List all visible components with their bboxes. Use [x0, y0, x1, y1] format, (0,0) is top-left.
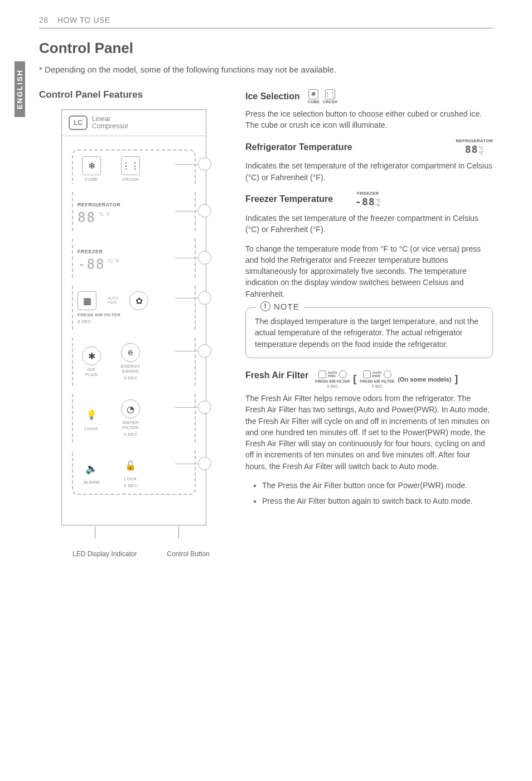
info-icon: ! — [260, 301, 270, 311]
alarm-icon: 🔈 — [82, 459, 101, 478]
energy-saving-label: ENERGY SAVING — [120, 364, 141, 374]
language-tab: ENGLISH — [14, 61, 25, 117]
faf-body: The Fresh Air Filter helps remove odors … — [245, 393, 493, 472]
refrigerator-row: REFRIGERATOR 88 °C °F — [72, 192, 196, 231]
iceplus-row: ✱ ICE PLUS e ENERGY SAVING 3 SEC — [72, 338, 196, 386]
section-name: HOW TO USE — [57, 16, 110, 25]
faf-icons: AUTOPWR FRESH AIR FILTER 3 SEC [ AUTOPWR… — [315, 370, 458, 388]
light-label: LIGHT — [84, 426, 98, 431]
led-display-label: LED Display Indicator — [72, 550, 137, 558]
freezer-seg: -88 — [78, 257, 105, 272]
alarm-label: ALARM — [83, 480, 99, 485]
cube-icon: ❄ — [82, 156, 101, 175]
note-body: The displayed temperature is the target … — [255, 316, 483, 350]
freshair-row: ▦ AUTOPWR ✿ FRESH AIR FILTER 3 SEC — [72, 286, 196, 330]
ref-temp-heading: Refrigerator Temperature REFRIGERATOR 88… — [245, 138, 493, 156]
ice-row: ❄ CUBE ⋮⋮ CRUSH — [72, 150, 196, 184]
frz-temp-body2: To change the temperature mode from °F t… — [245, 243, 493, 300]
page-title: Control Panel — [39, 40, 493, 57]
note-title: ! NOTE — [256, 301, 304, 311]
lc-text: Linear Compressor — [92, 115, 128, 130]
callout-circle — [198, 251, 211, 264]
features-heading: Control Panel Features — [39, 89, 229, 100]
faf-bullet-1: The Press the Air Filter button once for… — [262, 480, 493, 491]
light-row: 💡 LIGHT ◔ WATER FILTER 3 SEC — [72, 394, 196, 442]
crush-label: CRUSH — [122, 177, 139, 182]
iceplus-label: ICE PLUS — [85, 367, 98, 377]
cube-label: CUBE — [85, 177, 98, 182]
control-button-label: Control Button — [167, 550, 210, 558]
lock-label: LOCK — [124, 476, 137, 481]
crush-mini-icon: ⋮⋮CRUSH — [323, 89, 337, 104]
callout-circle — [198, 457, 211, 470]
right-column: Ice Selection ❄CUBE ⋮⋮CRUSH Press the ic… — [245, 89, 493, 558]
model-note: * Depending on the model, some of the fo… — [39, 64, 493, 76]
diagram-header: LC Linear Compressor — [62, 110, 206, 136]
auto-pwr-text: AUTOPWR — [108, 296, 118, 305]
water-filter-icon: ◔ — [121, 399, 140, 418]
iceplus-icon: ✱ — [82, 346, 101, 365]
faf-onsome: (On some models) — [398, 376, 451, 383]
callout-circle — [198, 401, 211, 414]
refrigerator-label: REFRIGERATOR — [78, 202, 190, 208]
faf-bullets: The Press the Air Filter button once for… — [245, 480, 493, 507]
frz-temp-heading: Freezer Temperature FREEZER -88°C °F — [245, 191, 493, 208]
crush-icon: ⋮⋮ — [121, 156, 140, 175]
frz-seg: -88 — [355, 196, 375, 208]
note-box: ! NOTE The displayed temperature is the … — [245, 307, 493, 358]
ice-selection-body: Press the ice selection button to choose… — [245, 108, 493, 131]
frz-temp-title: Freezer Temperature — [245, 194, 333, 204]
freshair-sub: 3 SEC — [78, 319, 190, 324]
faf-heading: Fresh Air Filter AUTOPWR FRESH AIR FILTE… — [245, 370, 493, 388]
ref-temp-body: Indicates the set temperature of the ref… — [245, 160, 493, 183]
callout-circle — [198, 157, 211, 171]
water-filter-label: WATER FILTER — [122, 420, 139, 430]
left-column: Control Panel Features LC Linear Compres… — [39, 89, 229, 558]
control-panel-diagram: LC Linear Compressor ❄ CUBE — [61, 109, 206, 526]
refrigerator-units: °C °F — [98, 212, 110, 217]
lock-sub: 3 SEC — [124, 483, 138, 488]
callout-circle — [198, 291, 211, 305]
frz-temp-body1: Indicates the set temperature of the fre… — [245, 213, 493, 235]
callout-circle — [198, 204, 211, 218]
diagram-footer: LED Display Indicator Control Button — [61, 550, 206, 558]
energy-saving-sub: 3 SEC — [124, 375, 138, 380]
lock-icon: 🔓 — [121, 456, 140, 475]
faf-title: Fresh Air Filter — [245, 370, 308, 380]
note-title-text: NOTE — [274, 302, 299, 311]
page-header: 28 HOW TO USE — [39, 16, 493, 28]
page-number: 28 — [39, 16, 49, 25]
frz-tiny-label: FREEZER — [355, 191, 381, 196]
freshair-label: FRESH AIR FILTER — [78, 312, 190, 317]
faf-bullet-2: Press the Air Filter button again to swi… — [262, 495, 493, 507]
ref-units: °C °F — [478, 146, 483, 156]
water-filter-sub: 3 SEC — [124, 432, 138, 437]
light-icon: 💡 — [82, 406, 101, 425]
frz-units: °C °F — [375, 198, 381, 208]
callout-circle — [198, 344, 211, 358]
cube-mini-icon: ❄CUBE — [308, 89, 320, 104]
ref-seg: 88 — [465, 143, 478, 155]
freezer-row: FREEZER -88 °C °F — [72, 239, 196, 278]
ice-selection-title: Ice Selection — [245, 91, 300, 102]
ref-temp-title: Refrigerator Temperature — [245, 142, 352, 152]
filter-grid-icon: ▦ — [78, 291, 96, 310]
ice-selection-heading: Ice Selection ❄CUBE ⋮⋮CRUSH — [245, 89, 493, 104]
change-filter-icon: ✿ — [129, 291, 148, 310]
freezer-units: °C °F — [108, 259, 120, 264]
freezer-label: FREEZER — [78, 249, 190, 254]
alarm-row: 🔈 ALARM 🔓 LOCK 3 SEC — [72, 450, 196, 495]
ref-tiny-label: REFRIGERATOR — [456, 138, 493, 143]
lc-line2: Compressor — [92, 123, 128, 130]
lc-line1: Linear — [92, 115, 128, 123]
refrigerator-seg: 88 — [78, 210, 96, 225]
lc-badge: LC — [69, 115, 88, 130]
energy-saving-icon: e — [121, 343, 140, 362]
